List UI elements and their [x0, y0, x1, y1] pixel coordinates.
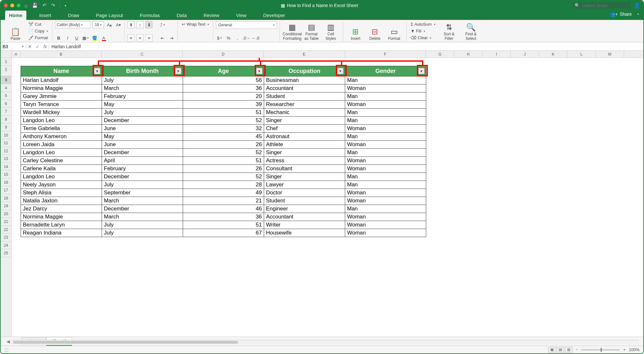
row-header[interactable]: 24 — [1, 242, 11, 250]
row-header[interactable]: 11 — [1, 139, 11, 147]
row-header[interactable]: 16 — [1, 179, 11, 187]
row-header[interactable]: 7 — [1, 108, 11, 116]
table-cell[interactable]: 20 — [183, 92, 264, 100]
table-cell[interactable]: Normina Maggie — [21, 84, 102, 92]
table-cell[interactable]: 56 — [183, 76, 264, 84]
insert-cells-button[interactable]: ⊞Insert — [346, 21, 365, 41]
table-cell[interactable]: December — [102, 148, 183, 156]
table-cell[interactable]: Langdon Leo — [21, 173, 102, 181]
table-header[interactable]: Birth Month▼ — [102, 66, 183, 76]
share-button[interactable]: 👥+ Share — [610, 12, 632, 17]
row-header[interactable]: 2 — [1, 66, 11, 76]
table-cell[interactable]: Man — [345, 76, 426, 84]
col-header[interactable]: B — [21, 51, 102, 58]
zoom-slider[interactable] — [581, 349, 620, 350]
col-header[interactable]: E — [264, 51, 345, 58]
save-icon[interactable]: 💾 — [32, 3, 38, 8]
tab-developer[interactable]: Developer — [259, 11, 289, 20]
currency-button[interactable]: $ — [216, 34, 223, 41]
percent-button[interactable]: % — [225, 34, 232, 41]
table-cell[interactable]: Man — [345, 148, 426, 156]
table-cell[interactable]: 67 — [183, 229, 264, 237]
table-cell[interactable]: Carley Celestine — [21, 156, 102, 164]
zoom-out-icon[interactable]: − — [576, 347, 578, 352]
row-header[interactable]: 18 — [1, 194, 11, 202]
scrollbar-thumb[interactable] — [13, 341, 238, 344]
orientation-button[interactable]: ⤴ — [159, 21, 166, 28]
table-cell[interactable]: Singer — [264, 116, 345, 124]
align-left-icon[interactable]: ≡ — [127, 34, 134, 41]
col-header[interactable]: K — [539, 51, 567, 58]
table-cell[interactable]: May — [102, 132, 183, 140]
table-cell[interactable]: Astronaut — [264, 132, 345, 140]
table-cell[interactable]: December — [102, 205, 183, 213]
table-cell[interactable]: July — [102, 229, 183, 237]
cell-styles-button[interactable]: ▥Cell Styles — [321, 21, 340, 41]
table-cell[interactable]: Singer — [264, 173, 345, 181]
table-cell[interactable]: May — [102, 100, 183, 108]
row-header[interactable]: 3 — [1, 76, 11, 84]
table-cell[interactable]: Lawyer — [264, 181, 345, 189]
undo-icon[interactable]: ↶ — [42, 3, 47, 8]
table-cell[interactable]: Writer — [264, 221, 345, 229]
table-cell[interactable]: Woman — [345, 197, 426, 205]
tab-home[interactable]: Home — [5, 11, 26, 20]
table-cell[interactable]: Housewife — [264, 229, 345, 237]
row-header[interactable]: 21 — [1, 218, 11, 226]
table-cell[interactable]: December — [102, 173, 183, 181]
table-cell[interactable]: 32 — [183, 124, 264, 132]
table-cell[interactable]: 52 — [183, 116, 264, 124]
table-cell[interactable]: Wardell Mickey — [21, 108, 102, 116]
minimize-window-icon[interactable] — [10, 4, 14, 7]
sheet-nav-prev-icon[interactable]: ◀ — [4, 339, 13, 344]
row-header[interactable]: 4 — [1, 84, 11, 92]
filter-dropdown-button[interactable]: ▼ — [418, 68, 425, 74]
table-cell[interactable]: Carlene Kaila — [21, 164, 102, 173]
col-header[interactable]: H — [454, 51, 483, 58]
select-all-button[interactable] — [1, 51, 12, 58]
filter-dropdown-button[interactable]: ▼ — [94, 68, 100, 74]
table-cell[interactable]: Jez Darcy — [21, 205, 102, 213]
table-cell[interactable]: 45 — [183, 132, 264, 140]
table-cell[interactable]: Woman — [345, 221, 426, 229]
paste-button[interactable]: 📋 Paste — [6, 21, 25, 41]
table-cell[interactable]: Consultant — [264, 164, 345, 173]
align-bottom-icon[interactable]: ⬇ — [145, 21, 152, 28]
tab-view[interactable]: View — [232, 11, 250, 20]
col-header[interactable]: J — [511, 51, 539, 58]
redo-icon[interactable]: ↷ — [51, 3, 55, 8]
table-cell[interactable]: Woman — [345, 213, 426, 221]
table-cell[interactable]: Man — [345, 116, 426, 124]
table-header[interactable]: Occupation▼ — [264, 66, 345, 76]
col-header[interactable]: F — [345, 51, 426, 58]
table-cell[interactable]: Engineer — [264, 205, 345, 213]
table-cell[interactable]: Anthony Kameron — [21, 132, 102, 140]
close-window-icon[interactable] — [4, 4, 8, 7]
table-cell[interactable]: Man — [345, 181, 426, 189]
col-header[interactable]: I — [483, 51, 511, 58]
table-cell[interactable]: Loreen Jaida — [21, 140, 102, 148]
border-button[interactable]: ▦ — [82, 34, 89, 41]
table-cell[interactable]: Woman — [345, 140, 426, 148]
table-cell[interactable]: Accountant — [264, 84, 345, 92]
table-cell[interactable]: Researcher — [264, 100, 345, 108]
search-sheet-box[interactable]: 🔍 — [573, 2, 630, 9]
table-cell[interactable]: Man — [345, 132, 426, 140]
table-cell[interactable]: Accountant — [264, 213, 345, 221]
col-header[interactable]: M — [596, 51, 624, 58]
conditional-formatting-button[interactable]: ▦Conditional Formatting — [282, 21, 302, 41]
accept-formula-icon[interactable]: ✓ — [36, 44, 40, 49]
table-header[interactable]: Age▼ — [183, 66, 264, 76]
table-cell[interactable]: Reagan Indiana — [21, 229, 102, 237]
user-icon[interactable]: 👤 — [634, 3, 640, 9]
tab-draw[interactable]: Draw — [64, 11, 83, 20]
row-header[interactable]: 10 — [1, 131, 11, 139]
table-cell[interactable]: Woman — [345, 229, 426, 237]
table-cell[interactable]: February — [102, 92, 183, 100]
table-cell[interactable]: July — [102, 181, 183, 189]
tab-review[interactable]: Review — [200, 11, 223, 20]
delete-cells-button[interactable]: ⊟Delete — [365, 21, 384, 41]
table-cell[interactable]: February — [102, 164, 183, 173]
number-format-select[interactable]: General — [216, 21, 277, 29]
table-cell[interactable]: Student — [264, 92, 345, 100]
